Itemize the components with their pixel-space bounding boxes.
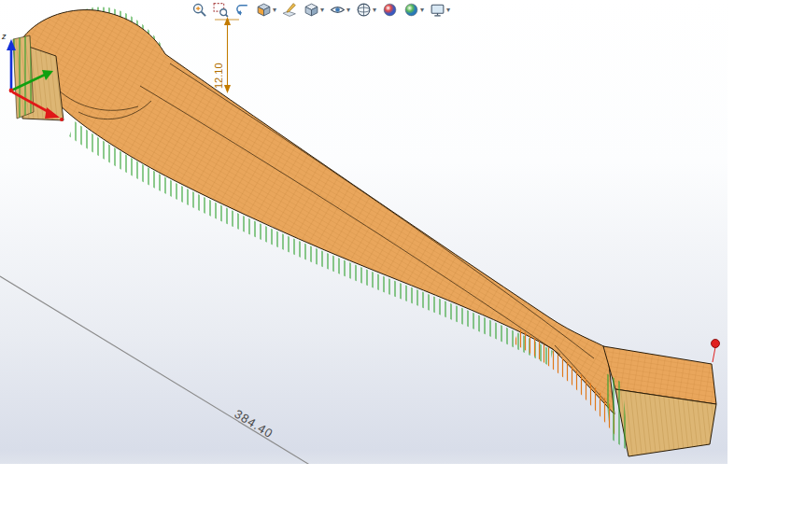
section-view-button[interactable]: ▾ [255, 1, 277, 19]
edit-appearance-icon [382, 2, 398, 18]
dropdown-caret-icon[interactable]: ▾ [420, 7, 424, 14]
annotation-views-button[interactable] [281, 1, 299, 19]
display-style-button[interactable]: ▾ [303, 1, 325, 19]
dropdown-caret-icon[interactable]: ▾ [320, 7, 324, 14]
annotation-views-icon [282, 2, 298, 18]
zoom-to-area-icon [213, 2, 229, 18]
blade-top-surface [21, 10, 614, 414]
apply-scene-button[interactable]: ▾ [402, 1, 425, 19]
view-settings-button[interactable]: ▾ [429, 1, 451, 19]
view-orientation-button[interactable]: ▾ [355, 1, 377, 19]
edit-appearance-button[interactable] [381, 1, 399, 19]
dropdown-caret-icon[interactable]: ▾ [273, 7, 276, 14]
model-scene: 384.40 [0, 0, 727, 464]
heads-up-view-toolbar: ▾ ▾ ▾ [191, 1, 451, 19]
previous-view-button[interactable] [233, 1, 251, 19]
previous-view-icon [234, 2, 250, 18]
dimension-length[interactable]: 384.40 [0, 276, 325, 464]
tail-block [603, 346, 716, 456]
application-window: 384.40 [0, 0, 805, 532]
zoom-to-fit-icon [191, 2, 207, 18]
vertex-marker[interactable] [712, 340, 720, 363]
dropdown-caret-icon[interactable]: ▾ [446, 7, 450, 14]
z-axis-label: z [1, 32, 7, 41]
section-view-icon [256, 2, 272, 18]
view-settings-icon [430, 2, 445, 18]
dimension-height[interactable]: 12.10 [213, 17, 239, 93]
view-orientation-icon [356, 2, 372, 18]
origin-marker [60, 118, 64, 121]
display-style-icon [304, 2, 319, 18]
dimension-height-value[interactable]: 12.10 [213, 63, 224, 89]
dropdown-caret-icon[interactable]: ▾ [373, 7, 376, 14]
hide-show-items-icon [330, 2, 346, 18]
dimension-length-value[interactable]: 384.40 [232, 407, 275, 441]
apply-scene-icon [403, 2, 419, 18]
3d-viewport[interactable]: 384.40 [0, 0, 727, 464]
hide-show-items-button[interactable]: ▾ [329, 1, 351, 19]
zoom-to-area-button[interactable] [212, 1, 230, 19]
dropdown-caret-icon[interactable]: ▾ [346, 7, 350, 14]
zoom-to-fit-button[interactable] [191, 1, 208, 19]
